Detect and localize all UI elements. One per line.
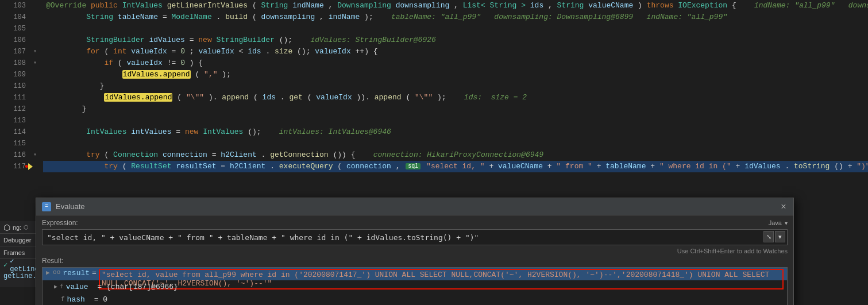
highlighted-method-109: idValues.append — [122, 70, 191, 79]
fold-115 — [32, 138, 38, 149]
dropdown-button[interactable]: ▾ — [775, 231, 785, 242]
result-main-row[interactable]: ▶ oo result = "select id, value from all… — [43, 268, 787, 280]
result-key: result — [63, 269, 90, 277]
line-106: 106 — [0, 34, 26, 46]
highlighted-method-111: idValues.append — [104, 93, 172, 102]
expr-buttons: ⤡ ▾ — [763, 231, 785, 242]
line-114: 114 — [0, 126, 26, 138]
result-area: ▶ oo result = "select id, value from all… — [42, 267, 788, 305]
line-116: 116 — [0, 149, 26, 161]
expression-label: Expression: — [42, 219, 78, 227]
line-117: 117 — [0, 161, 26, 172]
line-109: 109 — [0, 69, 26, 80]
code-line-114: IntValues intValues = new IntValues (); … — [43, 126, 868, 138]
getline-item-1[interactable]: ✓ ✓ getLine... — [0, 259, 36, 271]
result-value-injection: "select id, value from all_p99 where id … — [99, 269, 784, 289]
type-intvalues: IntValues — [122, 1, 163, 10]
ng-icon: ⬡ — [3, 223, 10, 232]
fold-116[interactable]: ▾ — [32, 149, 38, 161]
fold-106 — [32, 34, 38, 46]
result-type: oo — [53, 269, 60, 276]
ng-label: ng: — [13, 224, 21, 231]
expression-label-row: Expression: Java ▾ — [42, 219, 788, 227]
code-line-113 — [43, 115, 868, 126]
code-line-117: try ( ResultSet resultSet = h2Client . e… — [43, 161, 868, 172]
line-111: 111 — [0, 92, 26, 103]
sub-var-2: hash — [67, 295, 85, 304]
line-108: 108 — [0, 57, 26, 69]
expression-input-container: ⤡ ▾ — [42, 229, 788, 245]
code-line-109: idValues.append ( "," ); — [43, 69, 868, 80]
code-line-112: } — [43, 103, 868, 115]
line-107: 107 — [0, 46, 26, 57]
keyword-public: public — [91, 1, 118, 10]
dialog-titlebar: = Evaluate × — [36, 198, 793, 215]
expand-button[interactable]: ⤡ — [763, 231, 774, 242]
java-label: Java ▾ — [769, 219, 788, 226]
fold-109 — [32, 69, 38, 80]
evaluate-icon: = — [42, 202, 51, 211]
sub-val-2: = 0 — [94, 295, 107, 304]
fold-112 — [32, 103, 38, 115]
debugger-item: Debugger — [0, 234, 36, 246]
getline-item-2[interactable]: getLine... — [0, 271, 36, 282]
result-label: Result: — [42, 257, 788, 265]
annotation-override: @Override — [46, 1, 86, 10]
fold-110 — [32, 80, 38, 92]
result-sub-row-2[interactable]: f hash = 0 — [43, 293, 787, 305]
fold-107[interactable]: ▾ — [32, 46, 38, 57]
sub-var-1: value — [66, 283, 88, 291]
dialog-body: Expression: Java ▾ ⤡ ▾ Use Ctrl+Shift+En… — [36, 215, 793, 305]
code-line-107: for ( int valueIdx = 0 ; valueIdx < ids … — [43, 46, 868, 57]
gutter: ▾ ▾ ▾ — [32, 0, 43, 195]
code-line-116: try ( Connection connection = h2Client .… — [43, 149, 868, 161]
code-line-104: String tableName = ModelName . build ( d… — [43, 11, 868, 23]
line-110: 110 — [0, 80, 26, 92]
code-editor: 103 104 105 106 107 108 109 110 111 112 … — [0, 0, 868, 195]
line-105: 105 — [0, 23, 26, 34]
sub-type-1: f — [60, 283, 64, 290]
ctrl-hint: Use Ctrl+Shift+Enter to add to Watches — [42, 248, 788, 254]
code-line-111: idValues.append ( "\"" ). append ( ids .… — [43, 92, 868, 103]
fold-113 — [32, 115, 38, 126]
frames-label: Frames — [3, 249, 25, 256]
sql-badge: sql — [406, 163, 421, 169]
fold-105 — [32, 23, 38, 34]
fold-108[interactable]: ▾ — [32, 57, 38, 69]
code-content: @Override public IntValues getLinearIntV… — [43, 0, 868, 195]
debugger-label: Debugger — [3, 237, 31, 244]
fold-104 — [32, 11, 38, 23]
expression-input[interactable] — [42, 229, 788, 245]
line-104: 104 — [0, 11, 26, 23]
dialog-close-button[interactable]: × — [778, 202, 789, 212]
ng-icon2: ⬡ — [24, 224, 29, 230]
ng-item: ⬡ ng: ⬡ — [0, 221, 36, 234]
dialog-title: Evaluate — [56, 202, 85, 211]
result-expand-toggle[interactable]: ▶ — [46, 269, 51, 276]
throws-keyword: throws — [647, 1, 674, 10]
line-numbers: 103 104 105 106 107 108 109 110 111 112 … — [0, 0, 32, 195]
fold-103[interactable] — [32, 0, 38, 11]
sub-expand-1[interactable]: ▶ — [54, 283, 57, 290]
sub-type-2: f — [61, 296, 65, 303]
fold-111 — [32, 92, 38, 103]
line-112: 112 — [0, 103, 26, 115]
dropdown-arrow-icon[interactable]: ▾ — [785, 220, 788, 226]
line-113: 113 — [0, 115, 26, 126]
sub-val-1: = {char[187]@6966} — [97, 283, 178, 291]
code-line-103: @Override public IntValues getLinearIntV… — [43, 0, 868, 11]
code-line-108: if ( valueIdx != 0 ) { — [43, 57, 868, 69]
check-icon: ✓ — [3, 261, 7, 269]
code-line-105 — [43, 23, 868, 34]
line-103: 103 — [0, 0, 26, 11]
result-equals: = — [92, 269, 97, 277]
code-line-110: } — [43, 80, 868, 92]
code-line-106: StringBuilder idValues = new StringBuild… — [43, 34, 868, 46]
fold-114 — [32, 126, 38, 138]
method-name: getLinearIntValues — [167, 1, 248, 10]
evaluate-dialog: = Evaluate × Expression: Java ▾ ⤡ ▾ Use … — [36, 198, 794, 305]
debug-sidebar: ⬡ ng: ⬡ Debugger Frames ✓ ✓ getLine... g… — [0, 221, 36, 287]
code-line-115 — [43, 138, 868, 149]
line-115: 115 — [0, 138, 26, 149]
